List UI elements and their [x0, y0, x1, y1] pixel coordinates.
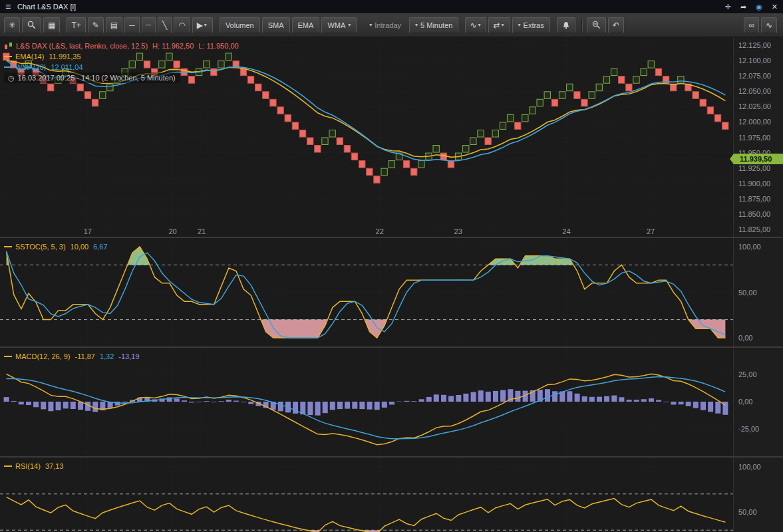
draw-line-button-icon: ✎ — [92, 21, 99, 29]
panel-separator[interactable] — [0, 346, 783, 348]
caret-down-icon: ▾ — [517, 23, 522, 28]
candles-icon — [4, 43, 13, 50]
compare-dropdown[interactable]: ⇄▾ — [488, 17, 510, 33]
macd-legend[interactable]: MACD(12, 26, 9) -11,87 1,32 -13,19 — [4, 351, 140, 362]
fibonacci-button-icon: ▤ — [110, 21, 118, 29]
draw-line-button[interactable]: ✎ — [88, 17, 104, 33]
macd-line — [7, 374, 726, 444]
chart-area: 12.125,0012.100,0012.075,0012.050,0012.0… — [0, 37, 783, 532]
zoom-mode-button[interactable] — [22, 17, 41, 33]
rsi-label: RSI(14) — [15, 462, 41, 470]
legend-period: ◷ 16.03.2017 09:25 - 14:10 (2 Wochen, 5 … — [4, 72, 180, 83]
axis-label: 11.825,00 — [734, 225, 783, 234]
axis-label: 50,00 — [734, 288, 783, 297]
axis-label: 0,00 — [734, 397, 783, 406]
horizontal-ray-button[interactable]: ┈ — [142, 17, 156, 33]
date-label: 27 — [641, 227, 661, 235]
date-label: 20 — [163, 227, 183, 235]
axis-label: 12.075,00 — [734, 71, 783, 80]
main-legend: L&S DAX (L&S, last, Renko, close, 12.5) … — [4, 41, 239, 83]
chart-type-dropdown-icon: ∿ — [470, 21, 476, 29]
record-icon[interactable]: ◉ — [756, 3, 762, 11]
magnifier-icon — [27, 20, 37, 30]
axis-label: 100,00 — [734, 242, 783, 251]
close-icon[interactable]: ✕ — [772, 3, 778, 11]
grid-button[interactable]: ▦ — [43, 17, 60, 33]
chart-type-dropdown[interactable]: ∿▾ — [465, 17, 486, 33]
maximize-icon[interactable]: ✛ — [725, 3, 731, 11]
axis-label: 12.050,00 — [734, 86, 783, 96]
ema-button[interactable]: EMA — [292, 17, 320, 33]
indicator-window-button[interactable]: ∿ — [761, 17, 777, 33]
fibonacci-button[interactable]: ▤ — [106, 17, 122, 33]
wma-value: 12.011,04 — [51, 63, 82, 71]
axis-label: 11.925,00 — [734, 164, 783, 173]
axis-label: 100,00 — [734, 462, 783, 471]
detach-window-icon[interactable]: ➦ — [740, 3, 746, 11]
zoom-out-button[interactable] — [587, 17, 606, 33]
caret-down-icon: ▾ — [476, 23, 482, 28]
chart-settings-button[interactable]: ✳ — [4, 17, 20, 33]
menu-icon[interactable]: ≡ — [0, 1, 16, 12]
volumen-button[interactable]: Volumen — [220, 17, 260, 33]
macd-label: MACD(12, 26, 9) — [15, 352, 71, 360]
caret-down-icon: ▾ — [368, 23, 373, 28]
axis-label: 25,00 — [734, 370, 783, 379]
panel-separator[interactable] — [0, 237, 783, 238]
volumen-button-label: Volumen — [224, 21, 255, 29]
rsi-legend[interactable]: RSI(14) 37,13 — [4, 461, 63, 471]
period-label: 16.03.2017 09:25 - 14:10 (2 Wochen, 5 Mi… — [18, 74, 176, 82]
clock-icon: ◷ — [8, 74, 15, 82]
high-value: H: 11.962,50 — [152, 42, 194, 50]
horizontal-line-button[interactable]: ─ — [124, 17, 140, 33]
caret-down-icon: ▾ — [203, 23, 208, 28]
panel-separator[interactable] — [0, 456, 783, 458]
sstoc-k-value: 10,00 — [71, 243, 89, 251]
trendline-button[interactable]: ╲ — [158, 17, 172, 33]
arc-button-icon: ◠ — [178, 21, 185, 29]
sstoc-line-chip — [4, 246, 12, 247]
axis-label: 11.875,00 — [734, 194, 783, 203]
titlebar-icons: ✛➦◉✕ — [716, 3, 783, 11]
sma-button[interactable]: SMA — [262, 17, 290, 33]
interval-dropdown[interactable]: ▾5 Minuten — [409, 17, 458, 33]
trendline-button-icon: ╲ — [162, 21, 167, 29]
toolbar-separator — [581, 19, 583, 32]
horizontal-ray-button-icon: ┈ — [146, 21, 151, 29]
legend-wma[interactable]: WMA(20) 12.011,04 — [4, 62, 239, 72]
chart-plots[interactable] — [0, 37, 733, 532]
legend-ema[interactable]: EMA(14) 11.991,35 — [4, 51, 239, 62]
wma-dropdown-label: WMA — [326, 21, 347, 29]
text-tool-button[interactable]: T+ — [67, 17, 85, 33]
pointer-dropdown[interactable]: ▶▾ — [192, 17, 213, 33]
price-axis[interactable]: 12.125,0012.100,0012.075,0012.050,0012.0… — [733, 37, 783, 532]
caret-down-icon: ▾ — [414, 23, 419, 28]
link-charts-button-icon: ∞ — [748, 21, 754, 29]
legend-instrument[interactable]: L&S DAX (L&S, last, Renko, close, 12.5) … — [4, 41, 239, 51]
wma-dropdown[interactable]: WMA▾ — [321, 17, 357, 33]
caret-down-icon: ▾ — [347, 23, 352, 28]
window-title: Chart L&S DAX [i] — [17, 3, 76, 11]
alarm-button[interactable] — [557, 17, 575, 33]
undo-button[interactable]: ↶ — [608, 17, 624, 33]
sstoc-legend[interactable]: SSTOC(5, 5, 3) 10,00 6,67 — [4, 241, 108, 252]
intraday-dropdown-label: Intraday — [373, 21, 402, 29]
link-charts-button[interactable]: ∞ — [744, 17, 759, 33]
sstoc-panel — [0, 238, 733, 346]
axis-label: 12.000,00 — [734, 117, 783, 126]
ema-value: 11.991,35 — [49, 53, 80, 61]
intraday-dropdown: ▾Intraday — [363, 17, 407, 33]
magnifier-minus-icon — [591, 20, 601, 30]
arc-button[interactable]: ◠ — [174, 17, 190, 33]
axis-label: 12.100,00 — [734, 56, 783, 65]
ema-label: EMA(14) — [15, 53, 44, 61]
toolbar-left-group: ✳▦T+✎▤─┈╲◠▶▾VolumenSMAEMAWMA▾▾Intraday▾5… — [4, 17, 744, 33]
axis-label: 11.850,00 — [734, 209, 783, 219]
extras-dropdown-label: Extras — [522, 21, 546, 29]
extras-dropdown[interactable]: ▾Extras — [512, 17, 550, 33]
sstoc-label: SSTOC(5, 5, 3) — [15, 243, 66, 251]
date-label: 21 — [192, 227, 212, 235]
rsi-line-chip — [4, 466, 12, 467]
macd-value: -11,87 — [75, 352, 95, 360]
date-label: 24 — [556, 227, 576, 235]
